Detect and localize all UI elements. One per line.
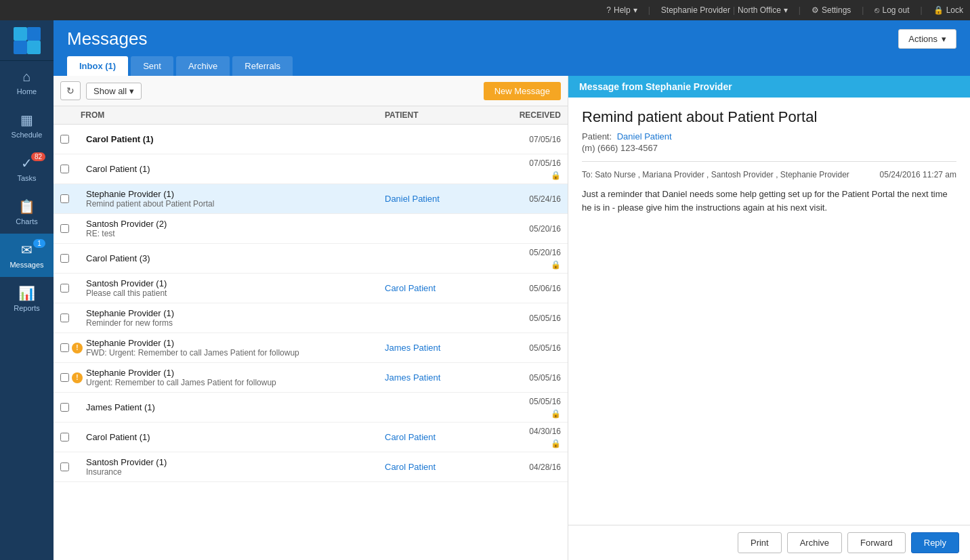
row-checkbox[interactable] xyxy=(60,135,69,144)
msg-content: Carol Patient (1) xyxy=(81,130,385,148)
show-all-chevron-icon: ▾ xyxy=(129,86,134,96)
show-all-button[interactable]: Show all ▾ xyxy=(86,83,142,100)
table-row[interactable]: Santosh Provider (2) RE: test 05/20/16 xyxy=(54,214,568,244)
sidebar-item-reports[interactable]: 📊 Reports xyxy=(0,277,54,320)
msg-patient-col: Daniel Patient xyxy=(385,194,493,204)
msg-date: 05/24/16 xyxy=(529,194,561,204)
table-row[interactable]: ! Stephanie Provider (1) Urgent: Remembe… xyxy=(54,363,568,393)
svg-rect-1 xyxy=(27,27,41,41)
provider-menu[interactable]: Stephanie Provider | North Office ▾ xyxy=(661,5,788,15)
sidebar-item-messages[interactable]: 1 ✉ Messages xyxy=(0,234,54,277)
sidebar: ⌂ Home ▦ Schedule 82 ✓ Tasks 📋 Charts 1 … xyxy=(0,20,54,560)
table-row[interactable]: Carol Patient (1) 07/05/16 xyxy=(54,125,568,154)
logout-button[interactable]: ⎋ Log out xyxy=(874,5,909,15)
svg-rect-0 xyxy=(14,27,27,41)
row-checkbox-col xyxy=(60,165,81,173)
detail-subject: Remind patient about Patient Portal xyxy=(582,108,956,126)
msg-date-col: 04/28/16 xyxy=(493,462,561,472)
settings-menu[interactable]: ⚙ Settings xyxy=(811,5,851,15)
top-navigation-bar: ? Help ▾ | Stephanie Provider | North Of… xyxy=(0,0,970,20)
patient-header: PATIENT xyxy=(385,110,493,120)
table-row[interactable]: Stephanie Provider (1) Remind patient ab… xyxy=(54,184,568,214)
table-row[interactable]: ! Stephanie Provider (1) FWD: Urgent: Re… xyxy=(54,333,568,363)
row-left-col: ! xyxy=(60,372,81,383)
practice-fusion-logo xyxy=(12,26,42,56)
row-checkbox[interactable] xyxy=(60,433,69,441)
msg-subject: Urgent: Remember to call James Patient f… xyxy=(86,378,379,387)
msg-patient-col: James Patient xyxy=(385,343,493,353)
row-checkbox[interactable] xyxy=(60,343,69,352)
row-checkbox[interactable] xyxy=(60,194,69,203)
schedule-icon: ▦ xyxy=(20,112,33,128)
row-checkbox[interactable] xyxy=(60,373,69,382)
table-row[interactable]: Santosh Provider (1) Please call this pa… xyxy=(54,274,568,303)
separator-3: | xyxy=(862,5,864,15)
msg-date-col: 05/20/16 🔒 xyxy=(493,248,561,270)
msg-patient-link[interactable]: Daniel Patient xyxy=(385,194,440,204)
messages-body: ↻ Show all ▾ New Message FROM PATIENT RE… xyxy=(54,76,970,560)
lock-icon: 🔒 xyxy=(551,409,561,418)
msg-patient-link[interactable]: Carol Patient xyxy=(385,283,436,293)
msg-from: Santosh Provider (1) xyxy=(86,457,379,467)
messages-label: Messages xyxy=(9,261,43,269)
table-row[interactable]: Carol Patient (1) Carol Patient 04/30/16… xyxy=(54,423,568,452)
archive-button[interactable]: Archive xyxy=(787,532,842,553)
help-menu[interactable]: ? Help ▾ xyxy=(606,5,637,15)
msg-patient-link[interactable]: James Patient xyxy=(385,372,440,383)
msg-content: Santosh Provider (1) Please call this pa… xyxy=(81,274,385,302)
tab-referrals[interactable]: Referrals xyxy=(232,56,293,76)
row-checkbox-col xyxy=(60,224,81,233)
msg-patient-col: Carol Patient xyxy=(385,283,493,293)
tab-sent[interactable]: Sent xyxy=(131,56,173,76)
msg-date-col: 05/20/16 xyxy=(493,224,561,234)
tab-inbox[interactable]: Inbox (1) xyxy=(67,56,128,76)
msg-patient-link[interactable]: James Patient xyxy=(385,343,440,353)
reports-label: Reports xyxy=(14,304,40,312)
msg-from: Stephanie Provider (1) xyxy=(86,338,379,348)
row-checkbox[interactable] xyxy=(60,403,69,412)
new-message-button[interactable]: New Message xyxy=(484,82,561,100)
app-logo[interactable] xyxy=(0,20,54,61)
msg-content: Santosh Provider (2) RE: test xyxy=(81,215,385,242)
message-list-panel: ↻ Show all ▾ New Message FROM PATIENT RE… xyxy=(54,76,568,560)
row-checkbox[interactable] xyxy=(60,224,69,233)
message-toolbar: ↻ Show all ▾ New Message xyxy=(54,76,568,106)
sidebar-item-schedule[interactable]: ▦ Schedule xyxy=(0,104,54,147)
sidebar-item-charts[interactable]: 📋 Charts xyxy=(0,190,54,234)
refresh-button[interactable]: ↻ xyxy=(60,81,81,100)
msg-content: Stephanie Provider (1) FWD: Urgent: Reme… xyxy=(81,334,385,362)
table-row[interactable]: Santosh Provider (1) Insurance Carol Pat… xyxy=(54,452,568,482)
row-checkbox[interactable] xyxy=(60,284,69,293)
reply-button[interactable]: Reply xyxy=(911,532,959,553)
message-list: Carol Patient (1) 07/05/16 Carol xyxy=(54,125,568,560)
tab-archive[interactable]: Archive xyxy=(176,56,230,76)
sidebar-item-tasks[interactable]: 82 ✓ Tasks xyxy=(0,147,54,190)
msg-date: 05/05/16 xyxy=(529,397,561,406)
row-checkbox[interactable] xyxy=(60,314,69,322)
row-checkbox[interactable] xyxy=(60,254,69,263)
actions-button[interactable]: Actions ▾ xyxy=(898,29,956,49)
table-row[interactable]: Stephanie Provider (1) Reminder for new … xyxy=(54,303,568,333)
table-row[interactable]: Carol Patient (3) 05/20/16 🔒 xyxy=(54,244,568,274)
sidebar-item-home[interactable]: ⌂ Home xyxy=(0,61,54,104)
lock-icon: 🔒 xyxy=(551,439,561,448)
msg-content: Carol Patient (3) xyxy=(81,249,385,267)
table-row[interactable]: James Patient (1) 05/05/16 🔒 xyxy=(54,393,568,423)
msg-date-col: 07/05/16 xyxy=(493,135,561,144)
home-icon: ⌂ xyxy=(22,69,30,85)
table-row[interactable]: Carol Patient (1) 07/05/16 🔒 xyxy=(54,154,568,184)
msg-patient-link[interactable]: Carol Patient xyxy=(385,432,436,442)
row-checkbox[interactable] xyxy=(60,462,69,471)
row-checkbox[interactable] xyxy=(60,165,69,173)
settings-label: Settings xyxy=(822,5,851,15)
separator-4: | xyxy=(921,5,923,15)
msg-from: Stephanie Provider (1) xyxy=(86,189,379,199)
row-checkbox-col xyxy=(60,284,81,293)
msg-date-col: 05/05/16 xyxy=(493,373,561,383)
detail-patient-name[interactable]: Daniel Patient xyxy=(617,131,672,142)
print-button[interactable]: Print xyxy=(738,532,782,553)
show-all-label: Show all xyxy=(93,86,127,96)
forward-button[interactable]: Forward xyxy=(847,532,906,553)
msg-patient-link[interactable]: Carol Patient xyxy=(385,462,436,472)
lock-button[interactable]: 🔒 Lock xyxy=(933,5,963,15)
